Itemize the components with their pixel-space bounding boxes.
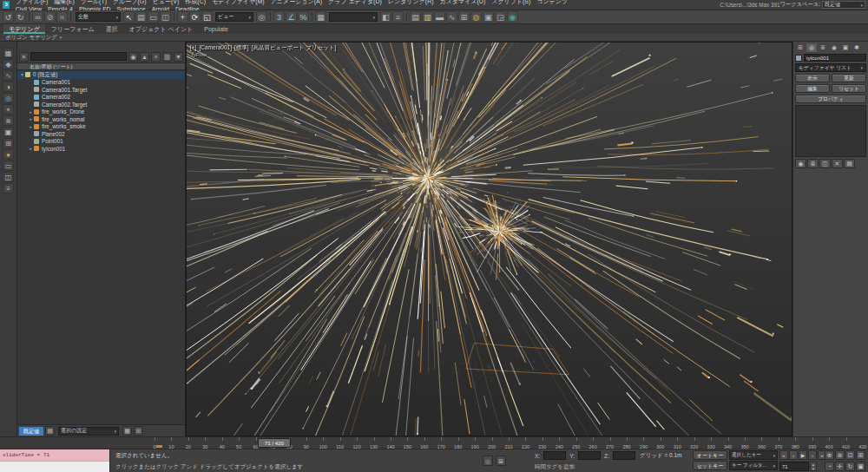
coord-field-y[interactable] bbox=[578, 451, 601, 460]
align-icon[interactable]: ≡ bbox=[392, 11, 404, 23]
list-item[interactable]: Camera002 bbox=[17, 94, 185, 102]
key-filters-button[interactable]: キー フィルタ...▾ bbox=[729, 461, 778, 470]
redo-icon[interactable]: ↻ bbox=[15, 11, 26, 23]
configure-modifier-sets-icon[interactable]: ▤ bbox=[844, 159, 855, 168]
expander-icon[interactable]: ▸ bbox=[28, 124, 34, 129]
ribbon-tab[interactable]: 選択 bbox=[101, 24, 123, 34]
pin-stack-icon[interactable]: ◉ bbox=[795, 159, 806, 168]
ribbon-tab[interactable]: モデリング bbox=[3, 24, 45, 34]
orbit-icon[interactable]: ↻ bbox=[845, 462, 855, 471]
display-lights-icon[interactable]: ◑ bbox=[3, 82, 14, 92]
render-production-icon[interactable]: ◉ bbox=[507, 11, 518, 23]
isolate-selection-icon[interactable]: ◎ bbox=[483, 456, 493, 466]
key-filter-selected-dropdown[interactable]: 選択したキー▾ bbox=[729, 450, 778, 460]
rendered-frame-icon[interactable]: ◲ bbox=[495, 11, 506, 23]
display-shapes-icon[interactable]: ∿ bbox=[3, 70, 14, 81]
zoom-region-icon[interactable]: ⊞ bbox=[856, 450, 865, 460]
angle-snap-icon[interactable]: ∠ bbox=[286, 11, 297, 23]
display-spacewarps-icon[interactable]: ≋ bbox=[3, 115, 14, 126]
go-to-start-button[interactable]: « bbox=[779, 450, 788, 460]
panel-button-2[interactable]: 編集 bbox=[795, 84, 830, 93]
search-input[interactable] bbox=[30, 52, 127, 61]
expander-icon[interactable]: ▸ bbox=[28, 146, 34, 151]
ribbon-toggle-icon[interactable]: ▬ bbox=[434, 11, 445, 23]
list-item[interactable]: ▸fire_works_Drone bbox=[17, 108, 185, 116]
mirror-icon[interactable]: ◧ bbox=[380, 11, 391, 23]
ribbon-panel-strip[interactable]: ポリゴン モデリング ▾ bbox=[0, 34, 868, 42]
selection-lock-icon[interactable]: ⊠ bbox=[496, 456, 506, 466]
render-setup-icon[interactable]: ▣ bbox=[483, 11, 494, 23]
menu-item[interactable]: 編集(E) bbox=[51, 0, 77, 4]
next-frame-button[interactable]: › bbox=[808, 450, 817, 460]
select-object-icon[interactable]: ↖ bbox=[123, 11, 135, 23]
modifier-stack-box[interactable] bbox=[795, 105, 866, 157]
filter-icon[interactable]: ▼ bbox=[174, 52, 183, 62]
viewport-label-segment[interactable]: [+] bbox=[190, 44, 196, 50]
percent-snap-icon[interactable]: % bbox=[298, 11, 309, 23]
panel-button-1[interactable]: 更新 bbox=[832, 74, 866, 82]
display-materials-icon[interactable]: ● bbox=[3, 149, 14, 160]
select-and-scale-icon[interactable]: ◱ bbox=[201, 11, 213, 23]
display-xrefs-icon[interactable]: ⊞ bbox=[3, 138, 14, 148]
object-color-swatch[interactable] bbox=[795, 55, 802, 62]
select-and-link-icon[interactable]: ∞ bbox=[32, 11, 43, 23]
select-by-name-icon[interactable]: ▤ bbox=[135, 11, 147, 23]
menu-item[interactable]: グループ(G) bbox=[110, 0, 150, 4]
panel-button-3[interactable]: リセット bbox=[832, 84, 866, 93]
list-item[interactable]: Plane002 bbox=[17, 130, 185, 138]
display-all-icon[interactable]: ▦ bbox=[3, 48, 14, 58]
previous-frame-button[interactable]: ‹ bbox=[789, 450, 798, 460]
list-item[interactable]: ▼0 (既定値) bbox=[17, 71, 185, 79]
layer-list-icon[interactable]: ▤ bbox=[45, 426, 55, 436]
menu-item[interactable]: レンダリング(R) bbox=[385, 0, 437, 4]
menu-item[interactable]: グラフ エディタ(D) bbox=[326, 0, 385, 4]
zoom-extents-icon[interactable]: ⊡ bbox=[845, 450, 855, 460]
selection-filter-dropdown[interactable]: 全般▾ bbox=[76, 12, 121, 22]
coord-field-x[interactable] bbox=[543, 451, 566, 460]
bind-to-space-warp-icon[interactable]: ≈ bbox=[56, 11, 68, 23]
time-slider[interactable]: 71 / 420 bbox=[258, 438, 291, 448]
settings-icon[interactable]: ≡ bbox=[151, 52, 161, 62]
menu-item[interactable]: コンテンツ bbox=[534, 0, 571, 4]
app-logo-icon[interactable]: 3 bbox=[3, 1, 10, 9]
display-geometry-icon[interactable]: ◆ bbox=[3, 59, 14, 69]
workspace-dropdown[interactable]: 既定値 ▾ bbox=[822, 1, 865, 9]
zoom-all-icon[interactable]: ⊛ bbox=[835, 450, 845, 460]
undo-icon[interactable]: ↺ bbox=[3, 11, 14, 23]
menu-item[interactable]: 作成(C) bbox=[182, 0, 209, 4]
hierarchy-tab[interactable]: ≣ bbox=[818, 43, 828, 52]
pan-icon[interactable]: ✛ bbox=[835, 462, 845, 471]
select-and-move-icon[interactable]: + bbox=[177, 11, 188, 23]
pick-parent-icon[interactable]: ▲ bbox=[140, 52, 149, 62]
show-end-result-icon[interactable]: ≣ bbox=[807, 159, 819, 168]
ribbon-tab[interactable]: オブジェクト ペイント bbox=[124, 24, 199, 34]
reference-coordinate-dropdown[interactable]: ビュー▾ bbox=[215, 12, 253, 22]
window-crossing-icon[interactable]: ◫ bbox=[160, 11, 171, 23]
unlink-selection-icon[interactable]: ⊘ bbox=[44, 11, 56, 23]
menu-item[interactable]: カスタマイズ(U) bbox=[437, 0, 489, 4]
snap-toggle-icon[interactable]: 3 bbox=[273, 11, 285, 23]
modify-tab[interactable]: ◎ bbox=[806, 43, 817, 52]
select-and-rotate-icon[interactable]: ⟳ bbox=[189, 11, 201, 23]
listener-input-line[interactable] bbox=[0, 461, 109, 472]
active-layer-chip[interactable]: 既定値 bbox=[19, 427, 43, 436]
make-unique-icon[interactable]: ◫ bbox=[819, 159, 831, 168]
explorer-sort-header[interactable]: 名前/昇順 (ソート) bbox=[17, 62, 185, 70]
lock-explorer-icon[interactable]: ◉ bbox=[128, 52, 138, 62]
motion-tab[interactable]: ◉ bbox=[829, 43, 839, 52]
ribbon-tab[interactable]: Populate bbox=[199, 24, 233, 34]
display-containers-icon[interactable]: ◫ bbox=[3, 172, 14, 182]
expander-icon[interactable]: ▼ bbox=[19, 72, 25, 77]
menu-item[interactable]: ツール(T) bbox=[77, 0, 109, 4]
modifier-list-dropdown[interactable]: モディファイヤ リスト ▾ bbox=[795, 63, 866, 72]
display-groups-icon[interactable]: ▣ bbox=[3, 127, 14, 137]
layer-explorer-icon[interactable]: ▥ bbox=[422, 11, 433, 23]
time-tag-label[interactable]: 時間タグを追加 bbox=[535, 463, 575, 471]
schematic-view-icon[interactable]: ⊞ bbox=[458, 11, 470, 23]
expander-icon[interactable]: ▸ bbox=[28, 116, 34, 121]
use-pivot-center-icon[interactable]: ◎ bbox=[256, 11, 267, 23]
menu-item[interactable]: スクリプト(S) bbox=[489, 0, 534, 4]
zoom-icon[interactable]: ⊕ bbox=[825, 450, 834, 460]
auto-key-button[interactable]: オートキー bbox=[693, 450, 727, 460]
display-cameras-icon[interactable]: ◎ bbox=[3, 93, 14, 103]
